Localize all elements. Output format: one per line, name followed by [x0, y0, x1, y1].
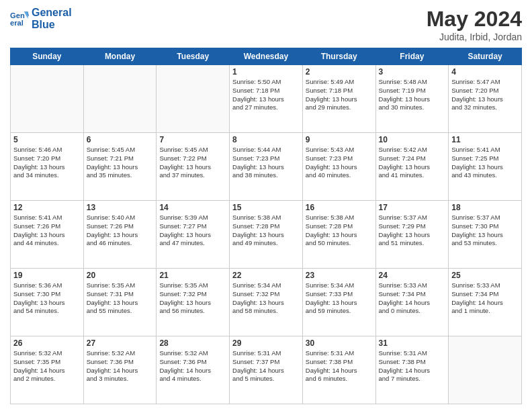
- day-number: 7: [159, 135, 226, 144]
- day-info: Sunrise: 5:50 AM Sunset: 7:18 PM Dayligh…: [232, 78, 300, 112]
- day-number: 6: [87, 135, 154, 144]
- calendar-cell: 31Sunrise: 5:31 AM Sunset: 7:38 PM Dayli…: [375, 336, 449, 404]
- day-number: 28: [159, 338, 226, 348]
- day-number: 12: [13, 203, 81, 212]
- day-info: Sunrise: 5:40 AM Sunset: 7:26 PM Dayligh…: [87, 214, 154, 248]
- calendar-cell: [11, 65, 84, 133]
- day-info: Sunrise: 5:35 AM Sunset: 7:32 PM Dayligh…: [159, 281, 226, 316]
- calendar-cell: 15Sunrise: 5:38 AM Sunset: 7:28 PM Dayli…: [230, 201, 303, 269]
- calendar-cell: [449, 336, 522, 404]
- calendar-cell: 10Sunrise: 5:42 AM Sunset: 7:24 PM Dayli…: [375, 133, 449, 201]
- calendar-day-header: Thursday: [302, 48, 375, 65]
- month-title: May 2024: [427, 7, 522, 32]
- calendar-week-row: 1Sunrise: 5:50 AM Sunset: 7:18 PM Daylig…: [11, 65, 522, 133]
- day-info: Sunrise: 5:31 AM Sunset: 7:38 PM Dayligh…: [306, 349, 373, 383]
- day-number: 16: [306, 203, 373, 212]
- calendar-cell: 22Sunrise: 5:34 AM Sunset: 7:32 PM Dayli…: [230, 269, 303, 336]
- calendar-cell: 14Sunrise: 5:39 AM Sunset: 7:27 PM Dayli…: [157, 201, 230, 269]
- calendar-week-row: 26Sunrise: 5:32 AM Sunset: 7:35 PM Dayli…: [11, 336, 522, 404]
- calendar-cell: 21Sunrise: 5:35 AM Sunset: 7:32 PM Dayli…: [157, 269, 230, 336]
- calendar-week-row: 12Sunrise: 5:41 AM Sunset: 7:26 PM Dayli…: [11, 201, 522, 269]
- day-number: 15: [232, 203, 300, 212]
- day-number: 10: [379, 135, 446, 144]
- day-info: Sunrise: 5:37 AM Sunset: 7:29 PM Dayligh…: [379, 214, 446, 248]
- calendar-table: SundayMondayTuesdayWednesdayThursdayFrid…: [10, 48, 522, 404]
- calendar-cell: 11Sunrise: 5:41 AM Sunset: 7:25 PM Dayli…: [449, 133, 522, 201]
- calendar-cell: 25Sunrise: 5:33 AM Sunset: 7:34 PM Dayli…: [449, 269, 522, 336]
- day-info: Sunrise: 5:39 AM Sunset: 7:27 PM Dayligh…: [159, 214, 226, 248]
- calendar-cell: 13Sunrise: 5:40 AM Sunset: 7:26 PM Dayli…: [83, 201, 157, 269]
- title-section: May 2024 Judita, Irbid, Jordan: [427, 7, 522, 42]
- calendar-body: 1Sunrise: 5:50 AM Sunset: 7:18 PM Daylig…: [11, 65, 522, 404]
- day-number: 1: [232, 67, 300, 77]
- page-header: Gen eral General Blue May 2024 Judita, I…: [10, 7, 522, 42]
- day-info: Sunrise: 5:32 AM Sunset: 7:36 PM Dayligh…: [87, 349, 154, 383]
- day-number: 22: [232, 271, 300, 280]
- day-info: Sunrise: 5:32 AM Sunset: 7:35 PM Dayligh…: [13, 349, 81, 383]
- day-info: Sunrise: 5:33 AM Sunset: 7:34 PM Dayligh…: [451, 281, 519, 316]
- logo-icon: Gen eral: [10, 9, 29, 28]
- svg-text:Gen: Gen: [10, 11, 25, 19]
- day-info: Sunrise: 5:46 AM Sunset: 7:20 PM Dayligh…: [13, 146, 81, 180]
- calendar-week-row: 19Sunrise: 5:36 AM Sunset: 7:30 PM Dayli…: [11, 269, 522, 336]
- logo: Gen eral General Blue: [10, 7, 72, 30]
- calendar-day-header: Monday: [83, 48, 157, 65]
- day-info: Sunrise: 5:34 AM Sunset: 7:32 PM Dayligh…: [232, 281, 300, 316]
- day-info: Sunrise: 5:37 AM Sunset: 7:30 PM Dayligh…: [451, 214, 519, 248]
- day-info: Sunrise: 5:34 AM Sunset: 7:33 PM Dayligh…: [306, 281, 373, 316]
- day-number: 29: [232, 338, 300, 348]
- day-info: Sunrise: 5:31 AM Sunset: 7:38 PM Dayligh…: [379, 349, 446, 383]
- day-number: 26: [13, 338, 81, 348]
- day-info: Sunrise: 5:41 AM Sunset: 7:26 PM Dayligh…: [13, 214, 81, 248]
- calendar-day-header: Tuesday: [157, 48, 230, 65]
- day-number: 11: [451, 135, 519, 144]
- day-info: Sunrise: 5:49 AM Sunset: 7:18 PM Dayligh…: [306, 78, 373, 112]
- day-info: Sunrise: 5:36 AM Sunset: 7:30 PM Dayligh…: [13, 281, 81, 316]
- calendar-cell: 3Sunrise: 5:48 AM Sunset: 7:19 PM Daylig…: [375, 65, 449, 133]
- calendar-cell: 7Sunrise: 5:45 AM Sunset: 7:22 PM Daylig…: [157, 133, 230, 201]
- calendar-cell: 16Sunrise: 5:38 AM Sunset: 7:28 PM Dayli…: [302, 201, 375, 269]
- calendar-cell: 6Sunrise: 5:45 AM Sunset: 7:21 PM Daylig…: [83, 133, 157, 201]
- calendar-day-header: Friday: [375, 48, 449, 65]
- calendar-cell: 26Sunrise: 5:32 AM Sunset: 7:35 PM Dayli…: [11, 336, 84, 404]
- day-number: 5: [13, 135, 81, 144]
- logo-text-line2: Blue: [32, 19, 72, 31]
- day-number: 2: [306, 67, 373, 77]
- calendar-cell: 29Sunrise: 5:31 AM Sunset: 7:37 PM Dayli…: [230, 336, 303, 404]
- calendar-cell: 2Sunrise: 5:49 AM Sunset: 7:18 PM Daylig…: [302, 65, 375, 133]
- calendar-cell: 20Sunrise: 5:35 AM Sunset: 7:31 PM Dayli…: [83, 269, 157, 336]
- calendar-cell: 19Sunrise: 5:36 AM Sunset: 7:30 PM Dayli…: [11, 269, 84, 336]
- calendar-cell: 4Sunrise: 5:47 AM Sunset: 7:20 PM Daylig…: [449, 65, 522, 133]
- svg-text:eral: eral: [10, 18, 24, 26]
- calendar-cell: 12Sunrise: 5:41 AM Sunset: 7:26 PM Dayli…: [11, 201, 84, 269]
- calendar-cell: 17Sunrise: 5:37 AM Sunset: 7:29 PM Dayli…: [375, 201, 449, 269]
- day-info: Sunrise: 5:48 AM Sunset: 7:19 PM Dayligh…: [379, 78, 446, 112]
- day-info: Sunrise: 5:35 AM Sunset: 7:31 PM Dayligh…: [87, 281, 154, 316]
- logo-text-line1: General: [32, 7, 72, 19]
- day-number: 31: [379, 338, 446, 348]
- day-number: 14: [159, 203, 226, 212]
- day-number: 25: [451, 271, 519, 280]
- day-number: 21: [159, 271, 226, 280]
- day-info: Sunrise: 5:38 AM Sunset: 7:28 PM Dayligh…: [306, 214, 373, 248]
- day-number: 24: [379, 271, 446, 280]
- day-number: 3: [379, 67, 446, 77]
- day-number: 17: [379, 203, 446, 212]
- day-number: 9: [306, 135, 373, 144]
- svg-marker-3: [24, 11, 28, 19]
- calendar-cell: 8Sunrise: 5:44 AM Sunset: 7:23 PM Daylig…: [230, 133, 303, 201]
- calendar-cell: 23Sunrise: 5:34 AM Sunset: 7:33 PM Dayli…: [302, 269, 375, 336]
- day-info: Sunrise: 5:45 AM Sunset: 7:22 PM Dayligh…: [159, 146, 226, 180]
- day-info: Sunrise: 5:33 AM Sunset: 7:34 PM Dayligh…: [379, 281, 446, 316]
- day-info: Sunrise: 5:41 AM Sunset: 7:25 PM Dayligh…: [451, 146, 519, 180]
- location: Judita, Irbid, Jordan: [427, 32, 522, 42]
- calendar-cell: 28Sunrise: 5:32 AM Sunset: 7:36 PM Dayli…: [157, 336, 230, 404]
- calendar-cell: [157, 65, 230, 133]
- day-info: Sunrise: 5:47 AM Sunset: 7:20 PM Dayligh…: [451, 78, 519, 112]
- day-info: Sunrise: 5:31 AM Sunset: 7:37 PM Dayligh…: [232, 349, 300, 383]
- calendar-day-header: Saturday: [449, 48, 522, 65]
- day-number: 20: [87, 271, 154, 280]
- day-number: 19: [13, 271, 81, 280]
- day-info: Sunrise: 5:44 AM Sunset: 7:23 PM Dayligh…: [232, 146, 300, 180]
- calendar-cell: 27Sunrise: 5:32 AM Sunset: 7:36 PM Dayli…: [83, 336, 157, 404]
